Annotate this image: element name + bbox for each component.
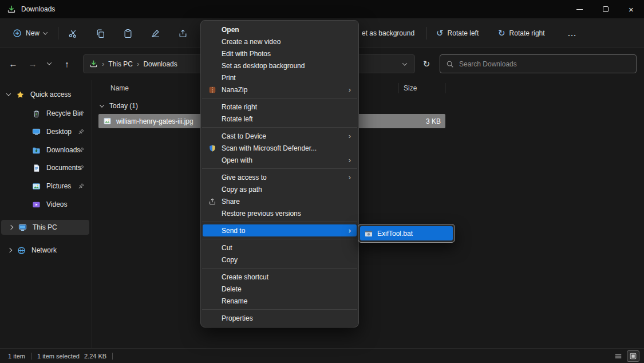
menu-item-give-access-to[interactable]: Give access to› xyxy=(203,171,357,183)
column-divider[interactable] xyxy=(445,83,445,93)
breadcrumb-this-pc[interactable]: This PC xyxy=(108,60,133,68)
sidebar-item-label: Pictures xyxy=(46,182,71,190)
pin-icon xyxy=(78,164,85,171)
minimize-button[interactable] xyxy=(567,0,592,18)
menu-item-edit-with-photos[interactable]: Edit with Photos xyxy=(203,48,357,60)
details-view-button[interactable] xyxy=(612,350,625,362)
close-button[interactable]: × xyxy=(618,0,644,18)
search-box[interactable] xyxy=(440,54,637,73)
sidebar-item-label: Desktop xyxy=(46,128,72,136)
menu-item-open[interactable]: Open xyxy=(203,23,357,35)
pin-icon xyxy=(78,147,85,153)
menu-item-share[interactable]: Share xyxy=(203,195,357,207)
chevron-right-icon xyxy=(7,248,12,252)
chevron-down-icon xyxy=(47,60,52,65)
window-controls: × xyxy=(567,0,644,18)
breadcrumb-downloads[interactable]: Downloads xyxy=(143,60,177,68)
menu-item-send-to[interactable]: Send to› xyxy=(203,224,357,236)
back-button[interactable]: ← xyxy=(5,55,22,72)
chevron-right-icon xyxy=(9,225,13,230)
selection-size: 2.24 KB xyxy=(84,353,106,360)
view-toggles xyxy=(612,350,639,362)
copy-button[interactable] xyxy=(90,24,110,42)
up-button[interactable]: ↑ xyxy=(58,55,76,72)
menu-item-properties[interactable]: Properties xyxy=(203,312,357,324)
pin-icon xyxy=(78,110,85,117)
new-plus-icon xyxy=(13,29,22,38)
column-divider[interactable] xyxy=(398,83,398,93)
sidebar-item-label: Network xyxy=(31,246,57,254)
sidebar-item-recycle-bin[interactable]: Recycle Bin xyxy=(0,106,92,121)
sidebar-item-this-pc[interactable]: This PC xyxy=(1,220,89,235)
rotate-right-button[interactable]: ↻ Rotate right xyxy=(493,24,550,42)
forward-button[interactable]: → xyxy=(24,55,41,72)
file-explorer-window: Downloads × New xyxy=(0,0,644,363)
sidebar-item-videos[interactable]: Videos xyxy=(0,197,92,212)
menu-item-rotate-right[interactable]: Rotate right xyxy=(203,101,357,113)
menu-item-restore-previous-versions[interactable]: Restore previous versions xyxy=(203,207,357,219)
sidebar-item-downloads[interactable]: Downloads xyxy=(0,143,92,157)
submenu-item-exiftool[interactable]: ExifTool.bat xyxy=(360,226,453,240)
selection-count: 1 item selected xyxy=(37,353,80,360)
refresh-button[interactable]: ↻ xyxy=(417,54,436,73)
submenu-arrow-icon: › xyxy=(349,156,351,164)
menu-item-set-as-desktop-background[interactable]: Set as desktop background xyxy=(203,60,357,72)
menu-item-rename[interactable]: Rename xyxy=(203,295,357,307)
set-as-background-button[interactable]: et as background xyxy=(362,18,414,48)
chevron-down-icon xyxy=(6,91,11,96)
pictures-icon xyxy=(32,182,41,191)
close-icon: × xyxy=(629,5,634,14)
menu-item-scan-with-defender[interactable]: Scan with Microsoft Defender... xyxy=(203,142,357,154)
sidebar-item-quick-access[interactable]: Quick access xyxy=(0,87,92,102)
maximize-icon xyxy=(603,6,609,12)
menu-item-nanazip[interactable]: NanaZip › xyxy=(203,84,357,96)
sidebar-item-desktop[interactable]: Desktop xyxy=(0,124,92,139)
menu-item-open-with[interactable]: Open with› xyxy=(203,154,357,166)
documents-icon xyxy=(32,164,41,172)
more-options-button[interactable]: … xyxy=(563,24,580,42)
recent-locations-button[interactable] xyxy=(42,55,56,72)
rotate-left-label: Rotate left xyxy=(448,29,479,37)
cut-button[interactable] xyxy=(62,24,83,42)
this-pc-icon xyxy=(18,223,27,232)
menu-item-print[interactable]: Print xyxy=(203,72,357,84)
sidebar-item-label: This PC xyxy=(33,223,57,231)
rename-button[interactable] xyxy=(145,24,165,42)
paste-clipboard-icon xyxy=(123,29,133,38)
menu-separator xyxy=(202,98,357,98)
new-button[interactable]: New xyxy=(7,24,53,42)
column-header-size[interactable]: Size xyxy=(404,84,417,92)
submenu-arrow-icon: › xyxy=(349,86,351,93)
share-button[interactable] xyxy=(172,24,193,42)
thumbnail-view-button[interactable] xyxy=(627,350,639,362)
address-dropdown-icon[interactable] xyxy=(402,61,407,65)
minimize-icon xyxy=(576,9,583,10)
menu-item-copy-as-path[interactable]: Copy as path xyxy=(203,183,357,195)
window-title: Downloads xyxy=(21,5,55,13)
sidebar-item-documents[interactable]: Documents xyxy=(0,160,92,175)
statusbar-divider xyxy=(31,353,31,360)
title-bar[interactable]: Downloads × xyxy=(0,0,644,18)
menu-item-delete[interactable]: Delete xyxy=(203,283,357,295)
sidebar-item-pictures[interactable]: Pictures xyxy=(0,179,92,194)
menu-separator xyxy=(202,222,357,222)
search-input[interactable] xyxy=(459,60,630,68)
rotate-left-icon: ↺ xyxy=(436,28,444,38)
menu-item-rotate-left[interactable]: Rotate left xyxy=(203,113,357,125)
paste-button[interactable] xyxy=(117,24,138,42)
menu-item-copy[interactable]: Copy xyxy=(203,254,357,266)
refresh-icon: ↻ xyxy=(423,59,430,69)
column-header-name[interactable]: Name xyxy=(110,84,129,92)
share-icon xyxy=(178,29,188,38)
menu-separator xyxy=(202,239,357,239)
menu-item-cast-to-device[interactable]: Cast to Device› xyxy=(203,130,357,142)
sidebar-item-network[interactable]: Network xyxy=(0,243,92,258)
group-header-today[interactable]: Today (1) xyxy=(100,102,138,110)
menu-item-create-shortcut[interactable]: Create shortcut xyxy=(203,271,357,283)
menu-item-create-a-new-video[interactable]: Create a new video xyxy=(203,35,357,48)
rotate-left-button[interactable]: ↺ Rotate left xyxy=(432,24,483,42)
search-icon xyxy=(446,60,454,68)
maximize-button[interactable] xyxy=(592,0,618,18)
share-icon xyxy=(208,198,216,206)
menu-item-cut[interactable]: Cut xyxy=(203,242,357,254)
